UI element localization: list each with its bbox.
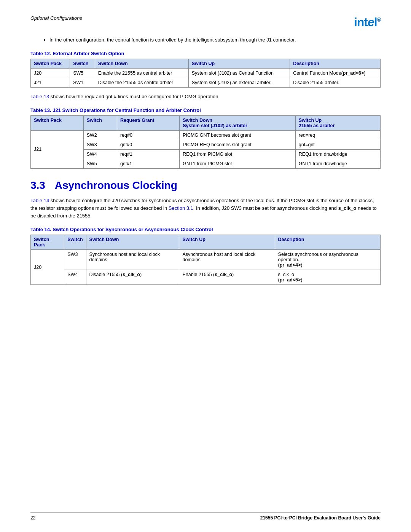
table14-title: Table 14. Switch Operations for Synchron… [30, 227, 381, 232]
table14-header-pack: Switch Pack [31, 235, 64, 250]
table14: Switch Pack Switch Switch Down Switch Up… [30, 235, 381, 285]
t12-r2-down: Disable the 21555 as central arbiter [95, 78, 188, 87]
section-heading: 3.3 Asynchronous Clocking [30, 179, 381, 192]
t12-r2-pack: J21 [31, 78, 70, 87]
table13-header-down: Switch DownSystem slot (J102) as arbiter [180, 115, 296, 130]
page-header: Optional Configurations intel® [30, 15, 381, 29]
inter-paragraph: Table 13 shows how the req# and gnt # li… [30, 93, 381, 101]
page-footer: 22 21555 PCI-to-PCI Bridge Evaluation Bo… [30, 513, 381, 521]
t12-r1-pack: J20 [31, 68, 70, 78]
table13-title: Table 13. J21 Switch Operations for Cent… [30, 107, 381, 113]
table14-header-down: Switch Down [86, 235, 179, 250]
table12-title: Table 12. External Arbiter Switch Option [30, 51, 381, 56]
t14-pack: J20 [31, 250, 64, 285]
doc-title: 21555 PCI-to-PCI Bridge Evaluation Board… [260, 515, 381, 521]
t13-r2-up: gnt=gnt [295, 140, 380, 149]
table12: Switch Pack Switch Switch Down Switch Up… [30, 59, 381, 88]
inter-text-after: shows how the req# and gnt # lines must … [51, 94, 220, 99]
t13-r1-grant: req#0 [117, 130, 179, 140]
t14-r1-switch: SW3 [64, 250, 86, 270]
t13-r3-down: REQ1 from PICMG slot [180, 149, 296, 159]
table-row: J20 SW5 Enable the 21555 as central arbi… [31, 68, 381, 78]
t13-r2-down: PICMG REQ becomes slot grant [180, 140, 296, 149]
table14-header-desc: Description [275, 235, 380, 250]
t13-r4-up: GNT1 from drawbridge [295, 159, 380, 168]
t13-r3-up: REQ1 from drawbridge [295, 149, 380, 159]
bullet-item: In the other configuration, the central … [49, 36, 381, 44]
section-label: Optional Configurations [30, 15, 82, 21]
t13-r1-switch: SW2 [83, 130, 117, 140]
t12-r2-desc: Disable 21555 arbiter. [290, 78, 381, 87]
t12-r1-desc: Central Function Mode(pr_ad<6>) [290, 68, 381, 78]
t13-r1-up: req=req [295, 130, 380, 140]
t14-r1-up: Asynchronous host and local clock domain… [179, 250, 275, 270]
section-title: Asynchronous Clocking [55, 179, 177, 191]
table12-header-pack: Switch Pack [31, 59, 70, 68]
t13-r3-grant: req#1 [117, 149, 179, 159]
table-row: SW4 Disable 21555 (s_clk_o) Enable 21555… [31, 270, 381, 285]
table14-link[interactable]: Table 14 [30, 198, 49, 203]
t14-r2-down: Disable 21555 (s_clk_o) [86, 270, 179, 285]
table13-header-pack: Switch Pack [31, 115, 84, 130]
table13-header-switch: Switch [83, 115, 117, 130]
t14-r2-desc: s_clk_o(pr_ad<5>) [275, 270, 380, 285]
t14-r2-switch: SW4 [64, 270, 86, 285]
table-row: J20 SW3 Synchronous host and local clock… [31, 250, 381, 270]
t12-r2-up: System slot (J102) as external arbiter. [188, 78, 290, 87]
table12-header-switch: Switch [70, 59, 95, 68]
table-row: SW3 gnt#0 PICMG REQ becomes slot grant g… [31, 140, 381, 149]
t14-r2-up: Enable 21555 (s_clk_o) [179, 270, 275, 285]
t14-r1-desc: Selects synchronous or asynchronous oper… [275, 250, 380, 270]
logo-registered: ® [377, 17, 381, 23]
table14-header-up: Switch Up [179, 235, 275, 250]
table13-header-grant: Request/ Grant [117, 115, 179, 130]
t13-r2-grant: gnt#0 [117, 140, 179, 149]
table13-link[interactable]: Table 13 [30, 94, 49, 99]
section-number: 3.3 [30, 179, 45, 191]
table12-header-up: Switch Up [188, 59, 290, 68]
t13-r2-switch: SW3 [83, 140, 117, 149]
table14-header-switch: Switch [64, 235, 86, 250]
intro-bullets: In the other configuration, the central … [42, 36, 381, 44]
table-row: SW4 req#1 REQ1 from PICMG slot REQ1 from… [31, 149, 381, 159]
table-row: J21 SW2 req#0 PICMG GNT becomes slot gra… [31, 130, 381, 140]
t12-r1-switch: SW5 [70, 68, 95, 78]
section31-link[interactable]: Section 3.1 [169, 205, 193, 211]
intel-logo: intel® [354, 15, 381, 29]
page-number: 22 [30, 515, 35, 521]
table13: Switch Pack Switch Request/ Grant Switch… [30, 115, 381, 169]
t12-r1-up: System slot (J102) as Central Function [188, 68, 290, 78]
t13-r1-down: PICMG GNT becomes slot grant [180, 130, 296, 140]
t13-r4-down: GNT1 from PICMG slot [180, 159, 296, 168]
t14-r1-down: Synchronous host and local clock domains [86, 250, 179, 270]
t12-r1-down: Enable the 21555 as central arbiter [95, 68, 188, 78]
t13-r4-switch: SW5 [83, 159, 117, 168]
table13-header-up: Switch Up21555 as arbiter [295, 115, 380, 130]
t13-r4-grant: gnt#1 [117, 159, 179, 168]
t12-r2-switch: SW1 [70, 78, 95, 87]
t13-pack: J21 [31, 130, 84, 168]
t13-r3-switch: SW4 [83, 149, 117, 159]
section-body: Table 14 shows how to configure the J20 … [30, 197, 381, 220]
table-row: SW5 gnt#1 GNT1 from PICMG slot GNT1 from… [31, 159, 381, 168]
table12-header-desc: Description [290, 59, 381, 68]
table-row: J21 SW1 Disable the 21555 as central arb… [31, 78, 381, 87]
table12-header-down: Switch Down [95, 59, 188, 68]
